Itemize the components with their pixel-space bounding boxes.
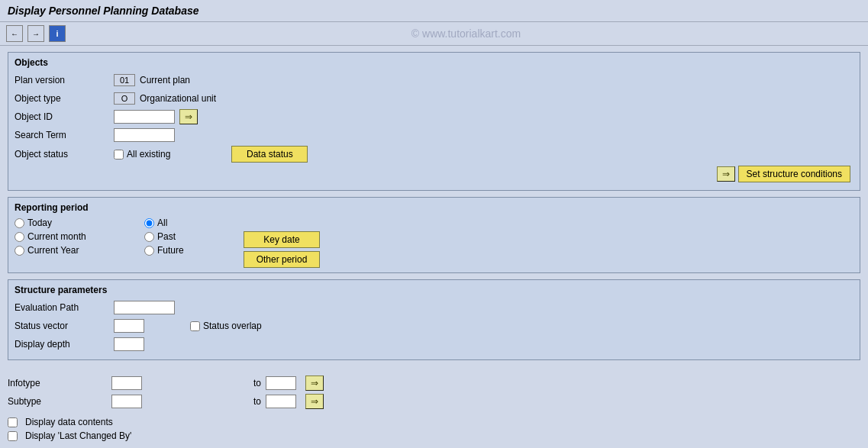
display-depth-label: Display depth [15, 339, 114, 350]
structure-section: Structure parameters Evaluation Path Sta… [8, 279, 860, 360]
object-type-label: Object type [15, 93, 114, 104]
search-term-label: Search Term [15, 130, 114, 140]
status-vector-input[interactable] [114, 319, 144, 333]
display-depth-row: Display depth [15, 337, 853, 352]
subtype-row: Subtype to ⇒ [8, 394, 860, 409]
infotype-to-input[interactable] [266, 376, 296, 390]
radio-today-input[interactable] [15, 218, 24, 228]
radio-past: Past [144, 231, 236, 242]
status-overlap-checkbox[interactable] [190, 321, 200, 331]
set-structure-button[interactable]: Set structure conditions [738, 166, 850, 182]
search-term-input[interactable] [114, 128, 175, 142]
radio-today-label: Today [27, 218, 52, 228]
subtype-input[interactable] [111, 395, 142, 408]
data-status-button[interactable]: Data status [231, 146, 308, 163]
radio-future: Future [144, 245, 236, 256]
object-type-row: Object type O Organizational unit [15, 91, 853, 106]
page-title: Display Personnel Planning Database [8, 5, 199, 17]
radio-current-year: Current Year [15, 245, 137, 256]
eval-path-input[interactable] [114, 301, 175, 314]
status-overlap-label: Status overlap [203, 321, 262, 331]
radio-all-input[interactable] [144, 218, 154, 228]
display-last-changed-label: Display 'Last Changed By' [25, 430, 131, 441]
set-structure-row: ⇒ Set structure conditions [15, 166, 853, 182]
key-date-button[interactable]: Key date [244, 231, 320, 248]
search-term-row: Search Term [15, 127, 853, 143]
plan-version-text: Current plan [140, 75, 190, 85]
infotype-input[interactable] [111, 376, 142, 390]
display-data-checkbox[interactable] [8, 417, 18, 427]
radio-past-label: Past [157, 231, 176, 242]
reporting-section: Reporting period Today Current month Cur… [8, 197, 860, 273]
display-data-row: Display data contents [8, 417, 860, 427]
object-status-row: Object status All existing Data status [15, 146, 853, 163]
radio-future-label: Future [157, 245, 184, 256]
back-button[interactable]: ← [6, 25, 23, 42]
subtype-search-button[interactable]: ⇒ [305, 394, 324, 409]
radio-future-input[interactable] [144, 246, 154, 256]
title-bar: Display Personnel Planning Database [0, 0, 868, 22]
display-depth-input[interactable] [114, 337, 144, 351]
objects-section-title: Objects [15, 57, 853, 68]
reporting-buttons: Key date Other period [244, 231, 320, 268]
objects-section: Objects Plan version 01 Current plan Obj… [8, 52, 860, 191]
reporting-section-title: Reporting period [15, 202, 853, 213]
forward-button[interactable]: → [27, 25, 44, 42]
other-period-button[interactable]: Other period [244, 251, 320, 268]
object-type-text: Organizational unit [140, 93, 216, 104]
display-last-changed-row: Display 'Last Changed By' [8, 430, 860, 441]
eval-path-label: Evaluation Path [15, 302, 114, 313]
object-status-checkbox[interactable] [114, 150, 124, 160]
plan-version-label: Plan version [15, 75, 114, 85]
structure-section-title: Structure parameters [15, 285, 853, 295]
watermark: © www.tutorialkart.com [70, 26, 862, 41]
radio-current-month-input[interactable] [15, 232, 24, 242]
subtype-to-label: to [253, 396, 261, 407]
radio-current-year-label: Current Year [27, 245, 79, 256]
radio-today: Today [15, 218, 137, 228]
subtype-to-input[interactable] [266, 395, 296, 408]
plan-version-row: Plan version 01 Current plan [15, 73, 853, 88]
status-vector-row: Status vector Status overlap [15, 318, 853, 334]
display-last-changed-checkbox[interactable] [8, 431, 18, 441]
object-status-label: Object status [15, 149, 114, 160]
radio-all: All [144, 218, 236, 228]
radio-current-month: Current month [15, 231, 137, 242]
main-content: Objects Plan version 01 Current plan Obj… [0, 46, 868, 372]
object-type-code: O [114, 92, 135, 105]
all-existing-label: All existing [127, 149, 170, 160]
subtype-label: Subtype [8, 396, 107, 407]
object-id-search-button[interactable]: ⇒ [179, 109, 198, 124]
eval-path-row: Evaluation Path [15, 300, 853, 315]
object-id-input[interactable] [114, 110, 175, 124]
object-id-label: Object ID [15, 111, 114, 122]
radio-past-input[interactable] [144, 232, 154, 242]
status-vector-label: Status vector [15, 321, 114, 331]
set-structure-arrow[interactable]: ⇒ [717, 166, 735, 182]
reporting-col1: Today Current month Current Year [15, 218, 137, 256]
info-button[interactable]: i [49, 25, 66, 42]
infotype-search-button[interactable]: ⇒ [305, 375, 324, 391]
infotype-label: Infotype [8, 378, 107, 388]
display-data-label: Display data contents [25, 417, 113, 427]
plan-version-code: 01 [114, 74, 135, 86]
radio-all-label: All [157, 218, 167, 228]
infotype-to-label: to [253, 378, 261, 388]
toolbar: ← → i © www.tutorialkart.com [0, 22, 868, 46]
radio-current-year-input[interactable] [15, 246, 24, 256]
bottom-section: Infotype to ⇒ Subtype to ⇒ Display data … [0, 372, 868, 447]
radio-current-month-label: Current month [27, 231, 86, 242]
object-id-row: Object ID ⇒ [15, 109, 853, 124]
reporting-col2: All Past Future [144, 218, 236, 256]
infotype-row: Infotype to ⇒ [8, 375, 860, 391]
